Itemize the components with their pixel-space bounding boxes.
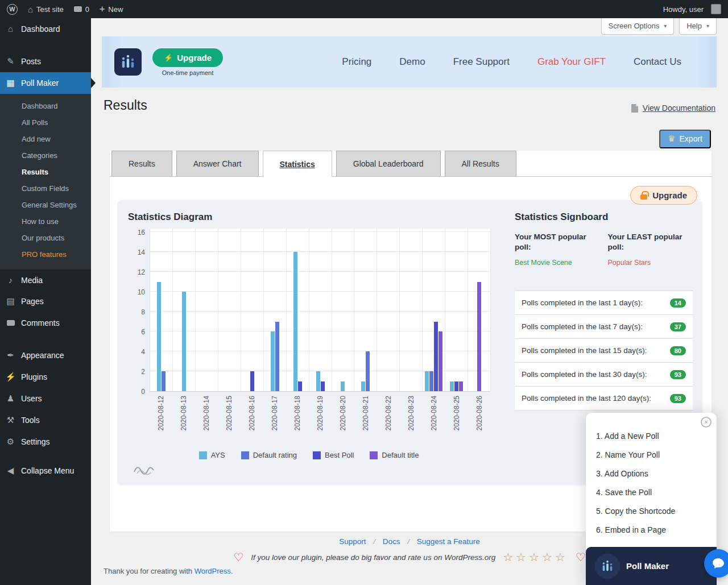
chart-category-slot (423, 229, 445, 391)
pages-icon: ▤ (5, 296, 16, 306)
tab-results[interactable]: Results (111, 151, 172, 176)
rating-stars[interactable]: ☆☆☆☆☆ (503, 550, 568, 564)
x-axis-label: 2020-08-16 (248, 396, 256, 430)
tab-global-leaderboard[interactable]: Global Leaderboard (336, 151, 441, 176)
nav-link-grab-your-gift[interactable]: Grab Your GIFT (537, 56, 606, 68)
chart-category-slot (445, 229, 468, 391)
comments-admin-link[interactable]: 0 (74, 5, 89, 14)
submenu-item-pro-features[interactable]: PRO features (0, 246, 91, 263)
chart-slots (150, 229, 491, 391)
chart-y-axis: 0246810121416 (127, 229, 150, 392)
sidebar-item-plugins[interactable]: ⚡ Plugins (0, 366, 91, 388)
submenu-item-how-to-use[interactable]: How to use (0, 213, 91, 230)
sidebar-item-comments[interactable]: Comments (0, 312, 91, 333)
close-icon[interactable]: × (701, 417, 712, 428)
export-button[interactable]: ♛ Export (659, 130, 711, 148)
screen-options-button[interactable]: Screen Options ▾ (601, 18, 675, 35)
chart-bar (275, 322, 279, 392)
view-documentation-link[interactable]: View Documentation (631, 103, 715, 113)
y-axis-label: 0 (141, 388, 145, 396)
chat-widget-button[interactable] (704, 549, 728, 578)
tab-statistics[interactable]: Statistics (263, 151, 332, 177)
legend-item[interactable]: Default title (370, 451, 419, 459)
chart-bar (361, 381, 365, 392)
sidebar-item-tools[interactable]: ⚒ Tools (0, 409, 91, 431)
sidebar-item-pages[interactable]: ▤ Pages (0, 291, 91, 312)
guide-step[interactable]: 2. Name Your Poll (596, 446, 717, 464)
chart-title: Statistics Diagram (128, 211, 507, 223)
guide-step[interactable]: 3. Add Options (596, 464, 717, 483)
suggest-feature-link[interactable]: Suggest a Feature (417, 537, 480, 546)
chart-category-slot (287, 229, 309, 391)
submenu-item-dashboard[interactable]: Dashboard (0, 98, 91, 114)
collapse-menu-button[interactable]: ◀ Collapse Menu (0, 460, 91, 482)
chart-category-slot (468, 229, 491, 391)
legend-item[interactable]: Default rating (241, 451, 297, 459)
wordpress-link[interactable]: WordPress (195, 567, 231, 575)
table-row: Polls completed in the last 120 day(s): … (515, 387, 693, 410)
comment-bubble-icon (5, 318, 16, 327)
sidebar-item-media[interactable]: ♪ Media (0, 269, 91, 291)
comments-count: 0 (85, 5, 89, 14)
crown-icon: ♛ (668, 134, 675, 144)
submenu-item-custom-fields[interactable]: Custom Fields (0, 180, 91, 197)
upgrade-pill-button[interactable]: Upgrade (630, 186, 697, 205)
submenu-item-our-products[interactable]: Our products (0, 230, 91, 246)
x-axis-label: 2020-08-12 (157, 396, 165, 430)
nav-link-demo[interactable]: Demo (399, 56, 425, 68)
one-time-payment-label: One-time payment (162, 69, 213, 76)
menu-separator (0, 453, 91, 460)
upgrade-button[interactable]: ⚡ Upgrade (152, 48, 223, 67)
sidebar-item-settings[interactable]: ⚙ Settings (0, 431, 91, 453)
table-row: Polls completed in the last 15 day(s): 8… (515, 339, 693, 363)
nav-link-free-support[interactable]: Free Support (453, 56, 510, 68)
legend-item[interactable]: Best Poll (313, 451, 354, 459)
most-popular-value: Best Movie Scene (515, 259, 600, 267)
heart-icon: ♡ (233, 550, 243, 564)
docs-link[interactable]: Docs (383, 537, 400, 546)
least-popular-block: Your LEAST popular poll: Popular Stars (608, 232, 693, 267)
help-button[interactable]: Help ▾ (679, 18, 717, 35)
appearance-icon: ✒ (5, 350, 16, 360)
sidebar-item-appearance[interactable]: ✒ Appearance (0, 345, 91, 366)
chevron-down-icon: ▾ (706, 23, 709, 29)
guide-step[interactable]: 6. Embed in a Page (596, 521, 717, 540)
submenu-item-all-polls[interactable]: All Polls (0, 114, 91, 131)
account-menu[interactable]: Howdy, user (663, 4, 721, 14)
tab-all-results[interactable]: All Results (445, 151, 516, 176)
lock-icon (640, 194, 647, 200)
site-name-link[interactable]: ⌂ Test site (28, 5, 64, 14)
guide-step[interactable]: 1. Add a New Poll (596, 427, 717, 446)
table-row: Polls completed in the last 1 day(s): 14 (515, 291, 693, 315)
guide-step[interactable]: 5. Copy the Shortcode (596, 502, 717, 521)
legend-label: AYS (211, 451, 225, 459)
legend-swatch (313, 451, 321, 459)
y-axis-label: 14 (138, 248, 145, 256)
submenu-item-general-settings[interactable]: General Settings (0, 197, 91, 213)
new-content-link[interactable]: + New (100, 5, 123, 14)
submenu-item-add-new[interactable]: Add new (0, 131, 91, 147)
y-axis-label: 4 (141, 348, 145, 356)
sidebar-item-users[interactable]: ♟ Users (0, 388, 91, 409)
banner-nav: Pricing Demo Free Support Grab Your GIFT… (342, 56, 717, 68)
sidebar-item-posts[interactable]: ✎ Posts (0, 51, 91, 72)
tab-answer-chart[interactable]: Answer Chart (176, 151, 259, 176)
submenu-item-categories[interactable]: Categories (0, 147, 91, 164)
nav-link-contact-us[interactable]: Contact Us (634, 56, 681, 68)
chat-bubble-icon (712, 558, 725, 569)
legend-item[interactable]: AYS (199, 451, 225, 459)
submenu-item-results[interactable]: Results (0, 164, 91, 180)
x-axis-label: 2020-08-21 (362, 396, 370, 430)
sidebar-item-poll-maker[interactable]: ▦ Poll Maker (0, 72, 91, 94)
nav-link-pricing[interactable]: Pricing (342, 56, 371, 68)
sidebar-item-dashboard[interactable]: ⌂ Dashboard (0, 18, 91, 39)
support-link[interactable]: Support (339, 537, 366, 546)
wordpress-logo-icon[interactable]: W (7, 4, 18, 15)
chart-bar (366, 351, 370, 391)
home-icon: ⌂ (28, 5, 33, 14)
most-popular-block: Your MOST popular poll: Best Movie Scene (515, 232, 600, 267)
poll-maker-icon: ▦ (5, 78, 16, 88)
chart-x-axis: 2020-08-122020-08-132020-08-142020-08-15… (150, 392, 491, 445)
howdy-text: Howdy, user (663, 5, 704, 14)
guide-step[interactable]: 4. Save the Poll (596, 483, 717, 502)
